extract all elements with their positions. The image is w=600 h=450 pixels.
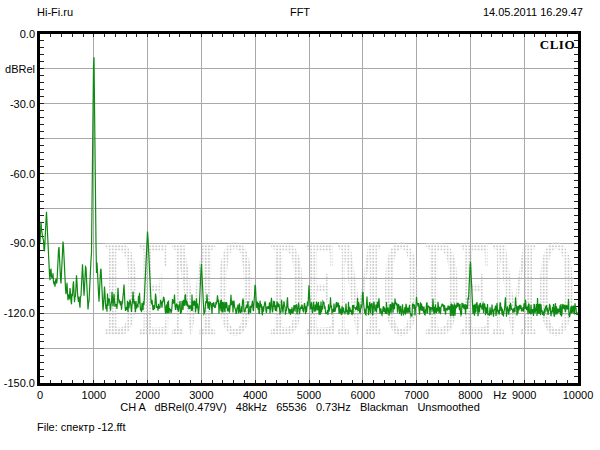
file-name-label: File: спектр -12.fft [37, 421, 125, 433]
y-axis-unit-label: dBRel [0, 63, 35, 75]
x-tick-label: 0 [18, 389, 62, 401]
x-tick-label: 5000 [287, 389, 331, 401]
clio-fft-window: Hi-Fi.ru FFT 14.05.2011 16.29.47 DEMODEM… [0, 0, 600, 450]
x-tick-label: 3000 [179, 389, 223, 401]
y-tick-label: -30.0 [0, 98, 35, 110]
x-tick-label: 2000 [126, 389, 170, 401]
spectrum-plot: DEMODEMODEMO [40, 34, 578, 383]
x-tick-label: 7000 [395, 389, 439, 401]
x-tick-label: 9000 [502, 389, 546, 401]
header-datetime: 14.05.2011 16.29.47 [483, 6, 583, 18]
clio-logo: CLIO [505, 37, 575, 53]
measurement-settings-line: CH A dBRel(0.479V) 48kHz 65536 0.73Hz Bl… [0, 401, 600, 413]
y-tick-label: -120.0 [0, 307, 35, 319]
x-tick-label: 4000 [233, 389, 277, 401]
demo-watermark: DEMO [270, 210, 420, 365]
y-tick-label: -90.0 [0, 237, 35, 249]
x-tick-label: 1000 [72, 389, 116, 401]
x-tick-label: 6000 [341, 389, 385, 401]
demo-watermark: DEMO [104, 210, 254, 365]
y-tick-label: 0.0 [0, 28, 35, 40]
demo-watermark: DEMO [425, 210, 575, 365]
x-tick-label: 10000 [556, 389, 600, 401]
y-tick-label: -60.0 [0, 168, 35, 180]
y-tick-label: -150.0 [0, 377, 35, 389]
